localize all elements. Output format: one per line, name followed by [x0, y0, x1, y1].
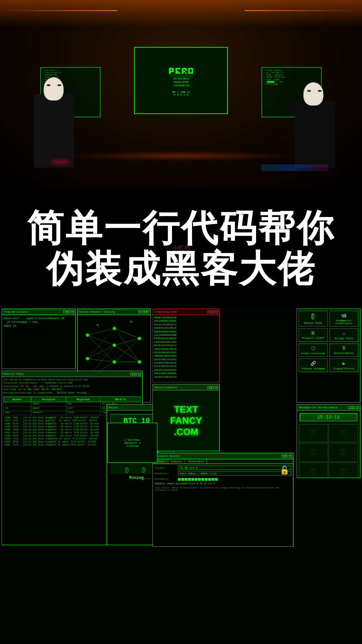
- hacker-section: Program console - □ × penetrate" -- type…: [0, 309, 362, 644]
- close-btn[interactable]: ×: [289, 455, 291, 458]
- minimize-btn[interactable]: -: [281, 455, 284, 458]
- maximize-btn[interactable]: □: [211, 311, 214, 313]
- password-dots: [178, 478, 218, 481]
- database-label: Database:: [155, 472, 178, 475]
- icon-grid-container: ₿ Bitcoin Miner 📹 Headquarter surveillan…: [297, 309, 360, 374]
- password-label: Password Cracker: [302, 337, 324, 339]
- svg-point-21: [138, 360, 141, 364]
- keyboard: [261, 164, 328, 171]
- title-line2: 伪装成黑客大佬: [46, 248, 316, 289]
- maximize-btn[interactable]: □: [134, 373, 137, 375]
- success-text: SUCCESS: Admin password found @ 33.86.11…: [155, 482, 291, 486]
- surv-cell-1: CAM 1░░░░░░░░: [299, 424, 328, 442]
- hq-time: 15:13:11: [300, 413, 357, 421]
- maximize-btn[interactable]: □: [142, 311, 145, 313]
- icon-hq-surveillance[interactable]: 📹 Headquarter surveillance: [329, 311, 359, 327]
- bitcoin-miner-title: Bitcoin Miner: [4, 372, 24, 375]
- surv-cell-2: CAM 2░░░░░░░░: [329, 424, 358, 442]
- icon-advertisements[interactable]: $ Advertisements: [329, 343, 359, 357]
- close-btn[interactable]: ×: [146, 311, 149, 313]
- database-value: Gues table / Admin role: [178, 471, 291, 476]
- password-icon: 🖥: [311, 330, 315, 336]
- col-rejected: Rejected: [66, 396, 100, 402]
- close-btn[interactable]: ×: [71, 311, 73, 313]
- close-btn[interactable]: ×: [356, 406, 358, 409]
- database-icon: 🔗: [310, 361, 316, 366]
- hq-body: 15:13:11 CAM 1░░░░░░░░ CAM 2░░░░░░░░ CAM…: [297, 411, 360, 478]
- icon-scenic-connection[interactable]: ⬡ Scenic Connection: [299, 343, 328, 357]
- prog-console-body: penetrate" -- typed p.accessRequest && {…: [2, 315, 75, 369]
- svg-point-18: [113, 343, 116, 347]
- icon-internet-database[interactable]: 🔗 Internet database: [299, 359, 328, 372]
- surveillance-icon: 📹: [341, 313, 347, 318]
- close-btn[interactable]: ×: [215, 386, 218, 389]
- connection-icon: ⬡: [311, 345, 315, 351]
- svg-text:₿: ₿: [125, 466, 129, 474]
- nuclear-icon: ⚠: [343, 330, 345, 336]
- left-figure: [27, 74, 80, 168]
- svg-line-4: [87, 345, 114, 359]
- surv-cell-3: CAM 3░░░░░░░░: [299, 443, 328, 462]
- col-worker: Worker: [4, 396, 31, 402]
- target-row: Target: 33.86.111.0: [155, 466, 291, 470]
- advertisements-title: Advertisements: [155, 386, 177, 389]
- nuclear-label: Nuclear Plant: [335, 337, 353, 340]
- minimize-btn[interactable]: -: [130, 373, 133, 375]
- ads-label: Advertisements: [334, 352, 354, 355]
- surveillance-label: Headquarter surveillance: [331, 319, 357, 325]
- legal-notice: Legal notice: 'Drive Password Cookie' by…: [155, 487, 291, 491]
- maximize-btn[interactable]: □: [67, 311, 70, 313]
- svg-point-28: [130, 321, 132, 323]
- icon-password-cracker[interactable]: 🖥 Password Cracker: [299, 328, 328, 342]
- program-console-window: Program console - □ × penetrate" -- type…: [2, 309, 75, 369]
- lock-icon: 🔓: [280, 466, 290, 475]
- tab-vulnerable[interactable]: Vulnerable: [185, 459, 207, 464]
- close-btn[interactable]: ×: [215, 311, 218, 313]
- compiling-code-title: Compiling Code: [155, 310, 177, 313]
- minimize-btn[interactable]: -: [207, 311, 210, 313]
- fancy-text-display: TEXTFANCY.COM: [167, 400, 205, 441]
- svg-point-14: [86, 333, 89, 337]
- maximize-btn[interactable]: □: [211, 386, 214, 389]
- surv-cell-4: CAM 4░░░░░░░░: [329, 443, 358, 462]
- svg-line-24: [84, 348, 144, 369]
- advertisements-window: Advertisements - □ × TEXTFANCY.COM: [153, 384, 220, 451]
- connection-label: Scenic Connection: [301, 352, 325, 355]
- compiling-code-body: 01001101001010 10110010110101 0110110100…: [153, 315, 219, 382]
- svg-line-2: [87, 335, 114, 362]
- icon-grid-window: ₿ Bitcoin Miner 📹 Headquarter surveillan…: [297, 309, 360, 402]
- minimize-btn[interactable]: -: [63, 311, 66, 313]
- ads-icon: $: [343, 345, 345, 351]
- col-accepted: Accepted: [31, 396, 66, 402]
- close-btn[interactable]: ×: [138, 373, 140, 375]
- bitcoin-icon: ₿: [311, 313, 315, 321]
- hq-surveillance-window: HeadQuarter Surveillance - □ × 15:13:11 …: [297, 404, 360, 478]
- minimize-btn[interactable]: -: [139, 311, 141, 313]
- console-icon: ▶: [343, 361, 345, 366]
- surv-cell-5: CAM 5░░░░░░░░: [299, 463, 328, 478]
- maximize-btn[interactable]: □: [352, 406, 355, 409]
- text-section: 简单一行代码帮你 伪装成黑客大佬 小红书: [0, 188, 362, 309]
- tab-complex[interactable]: Complex: [168, 459, 185, 464]
- surv-cell-6: CAM 6░░░░░░░░: [329, 463, 358, 478]
- right-figure: [288, 74, 342, 168]
- icon-bitcoin-miner[interactable]: ₿ Bitcoin Miner: [299, 311, 328, 327]
- table: [64, 151, 298, 161]
- database-label: Internet database: [301, 367, 325, 370]
- hq-surveillance-title: HeadQuarter Surveillance: [299, 406, 337, 409]
- icon-program-console[interactable]: ▶ Program Console: [329, 359, 359, 372]
- ads-body: TEXTFANCY.COM: [153, 390, 219, 451]
- icon-nuclear-plant[interactable]: ⚠ Nuclear Plant: [329, 328, 359, 342]
- neural-net-title: Neural Network Tracing: [79, 310, 115, 313]
- password-cracker-title: Password Cracker: [155, 454, 180, 458]
- minimize-btn[interactable]: -: [207, 386, 210, 389]
- col-speed: GB/S/Ts: [100, 396, 140, 402]
- prog-console-title: Program console: [4, 310, 28, 313]
- center-monitor: █▀█ █▀▀ █▀█ █▀█ █▀▀ ██▄ █▀▄ █▄█ ░░░░░░░░…: [134, 47, 228, 114]
- title-line1: 简单一行代码帮你: [27, 208, 335, 248]
- surveillance-grid: CAM 1░░░░░░░░ CAM 2░░░░░░░░ CAM 3░░░░░░░…: [298, 423, 359, 478]
- minimize-btn[interactable]: -: [348, 406, 351, 409]
- maximize-btn[interactable]: □: [285, 455, 288, 458]
- wallet-title: Wallet: [109, 406, 118, 409]
- bitcoin-label: Bitcoin Miner: [304, 322, 322, 324]
